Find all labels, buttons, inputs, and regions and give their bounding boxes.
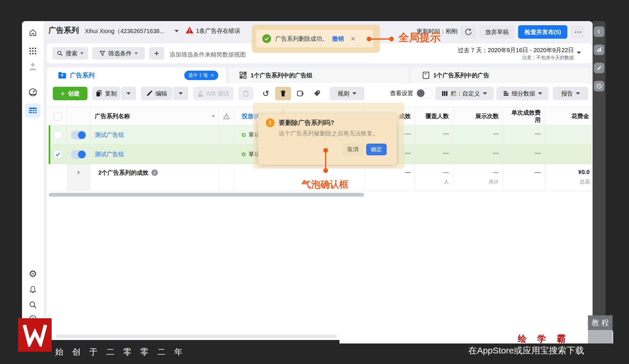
- summary-cost: —: [503, 164, 545, 191]
- campaign-toggle-on[interactable]: [71, 131, 86, 140]
- ab-test-button: A/B 测试: [193, 87, 234, 100]
- view-settings-toggle[interactable]: [416, 88, 433, 98]
- chevron-down-icon[interactable]: [175, 30, 179, 32]
- alert-icon: !: [266, 118, 275, 127]
- edit-button[interactable]: 编辑: [141, 87, 173, 100]
- tab-adsets[interactable]: 1个广告系列中的广告组: [228, 67, 409, 83]
- header-cell-impressions[interactable]: 展示次数: [453, 107, 503, 125]
- campaign-name-link[interactable]: 测试广告组: [95, 150, 124, 158]
- report-button[interactable]: 报告: [553, 87, 589, 100]
- header-spent-label: 花费金: [571, 112, 589, 120]
- chevron-down-icon: [179, 92, 183, 95]
- tab-ads[interactable]: 1个广告系列中的广告: [411, 67, 591, 83]
- discard-draft-button[interactable]: 放弃草稿: [479, 25, 515, 39]
- refresh-button[interactable]: [460, 25, 476, 39]
- more-options-button[interactable]: ⋯: [571, 25, 585, 39]
- search-filter-button[interactable]: 搜索: [52, 47, 88, 59]
- annotation-dot: [389, 37, 394, 41]
- tab-campaigns[interactable]: 广告系列 选中 1 项 ✕: [47, 67, 226, 83]
- tab-campaigns-label: 广告系列: [70, 71, 94, 79]
- select-all-checkbox[interactable]: [54, 112, 62, 120]
- filter-label: 筛选条件: [108, 50, 132, 57]
- header-reach-label: 覆盖人数: [425, 112, 449, 120]
- pencil-icon: [597, 66, 602, 71]
- add-filter-button[interactable]: +: [149, 47, 164, 59]
- charts-panel-button[interactable]: [594, 45, 604, 55]
- chevron-down-icon: [352, 92, 356, 95]
- header-cell-name[interactable]: 广告系列名称: [90, 107, 219, 125]
- rules-label: 规则: [338, 90, 349, 98]
- header-cell-cost[interactable]: 单次成效费用: [503, 107, 545, 125]
- tab-ads-label: 1个广告系列中的广告: [433, 72, 489, 79]
- breakdown-button[interactable]: 细分数据: [496, 87, 549, 100]
- toast-close-icon[interactable]: ✕: [350, 35, 356, 42]
- info-icon[interactable]: i: [151, 169, 158, 176]
- duplicate-menu-button[interactable]: [121, 87, 136, 100]
- selected-count-pill[interactable]: 选中 1 项 ✕: [184, 71, 218, 80]
- error-banner-text[interactable]: 1条广告存在错误: [196, 27, 240, 35]
- create-button[interactable]: + 创建: [53, 87, 87, 100]
- confirm-label: 确定: [371, 146, 382, 153]
- ads-page-icon: [422, 72, 430, 79]
- export-button[interactable]: [293, 87, 308, 100]
- discard-draft-label: 放弃草稿: [485, 28, 509, 36]
- summary-reach-value: —: [415, 164, 453, 176]
- header-cell-spent[interactable]: 花费金: [545, 107, 591, 125]
- undo-button[interactable]: ↺: [258, 87, 273, 100]
- review-publish-button[interactable]: 检查并发布(5): [518, 25, 567, 39]
- cell-select: [49, 125, 67, 144]
- summary-spent-note: 总花: [545, 178, 591, 185]
- chevron-down-icon[interactable]: [577, 52, 581, 54]
- header-cell-toggle: [67, 107, 90, 125]
- collapse-panel-button[interactable]: [594, 26, 604, 37]
- account-icon[interactable]: [28, 62, 38, 71]
- expand-summary-button[interactable]: ›: [67, 164, 90, 191]
- chevron-down-icon: [126, 92, 131, 95]
- bottom-scrollbar[interactable]: [56, 335, 337, 338]
- filter-conditions-button[interactable]: 筛选条件: [92, 47, 145, 59]
- dashboard-gauge-icon[interactable]: [28, 88, 38, 97]
- cell-reach: —: [415, 145, 453, 164]
- campaign-toggle-on[interactable]: [71, 150, 86, 159]
- apps-grid-icon[interactable]: [28, 46, 38, 56]
- settings-gear-icon[interactable]: ⚙: [28, 269, 38, 278]
- delete-button[interactable]: [275, 87, 291, 100]
- columns-button[interactable]: 栏：自定义: [435, 87, 494, 100]
- account-selector[interactable]: Xihui Xiong（423626571638...: [85, 27, 164, 35]
- horizontal-scrollbar[interactable]: [49, 193, 364, 197]
- home-icon[interactable]: [28, 28, 38, 37]
- tag-icon: [313, 90, 320, 97]
- date-range-note: 注意：不包含今天的数据: [522, 55, 574, 61]
- breakdown-bars-icon: [503, 91, 509, 96]
- clock-icon: [596, 84, 602, 89]
- edit-panel-button[interactable]: [594, 63, 604, 73]
- close-icon[interactable]: ✕: [211, 73, 214, 78]
- columns-icon: [442, 91, 448, 96]
- campaigns-table-icon[interactable]: [28, 106, 38, 115]
- columns-label: 栏：自定义: [451, 90, 480, 98]
- confirm-button[interactable]: 确定: [366, 144, 387, 155]
- export-code-icon: [297, 90, 304, 97]
- toast-undo-link[interactable]: 撤销: [332, 35, 344, 43]
- campaign-name-link[interactable]: 测试广告组: [95, 131, 124, 139]
- cancel-button[interactable]: 取消: [343, 144, 363, 155]
- edit-menu-button[interactable]: [173, 87, 188, 100]
- rules-button[interactable]: 规则: [330, 87, 364, 100]
- sort-chevron-icon[interactable]: [212, 115, 215, 117]
- row-checkbox[interactable]: [54, 131, 62, 139]
- header-cell-warning: [219, 107, 235, 125]
- duplicate-button[interactable]: 复制: [92, 87, 120, 100]
- date-range-selector[interactable]: 过去 7 天：2020年9月16日 - 2020年9月22日: [458, 46, 574, 54]
- tag-button[interactable]: [309, 87, 324, 100]
- chevron-left-icon: [597, 29, 601, 34]
- row-checkbox-checked[interactable]: [54, 150, 62, 159]
- cell-toggle: [67, 145, 90, 164]
- summary-impressions-note: 共计: [453, 178, 503, 185]
- filter-placeholder[interactable]: 添加筛选条件来精简数据视图: [170, 51, 246, 59]
- draft-status-icon: [242, 152, 246, 156]
- search-icon[interactable]: [28, 300, 38, 309]
- header-cell-reach[interactable]: 覆盖人数: [415, 107, 453, 125]
- notifications-bell-icon[interactable]: [28, 285, 38, 294]
- history-panel-button[interactable]: [594, 81, 604, 91]
- cell-warning: [219, 125, 235, 144]
